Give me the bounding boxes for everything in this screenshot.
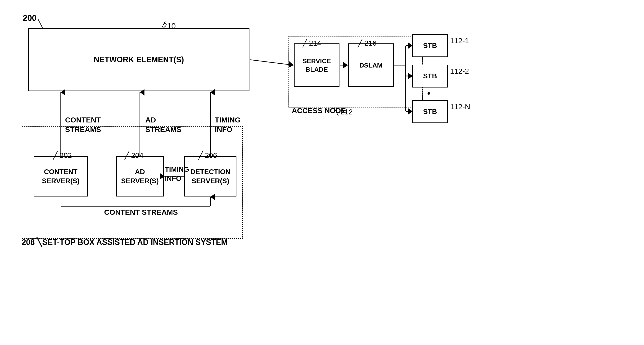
- content-server-box: CONTENTSERVER(S): [34, 156, 88, 196]
- arrow-210-tick: ╱: [162, 21, 166, 28]
- label-208-num: 208 ╲: [22, 238, 42, 247]
- dslam-box: DSLAM: [348, 44, 394, 87]
- label-stb1: 112-1: [450, 37, 469, 45]
- svg-line-10: [250, 60, 294, 65]
- label-timing-info-horiz: TIMINGINFO: [165, 165, 189, 183]
- label-stbn: 112-N: [450, 103, 470, 111]
- label-content-streams-up: CONTENTSTREAMS: [65, 115, 101, 134]
- label-content-streams-bottom: CONTENT STREAMS: [104, 208, 178, 216]
- label-200: 200: [23, 14, 36, 23]
- label-208-text: SET-TOP BOX ASSISTED AD INSERTION SYSTEM: [42, 238, 228, 247]
- service-blade-box: SERVICEBLADE: [294, 44, 340, 87]
- arrow-200: ╲: [38, 19, 43, 28]
- network-element-label: NETWORK ELEMENT(S): [94, 55, 184, 65]
- stb1-label: STB: [423, 41, 437, 50]
- detection-server-box: DETECTIONSERVER(S): [184, 156, 236, 196]
- label-timing-info-up: TIMINGINFO: [215, 115, 240, 134]
- stbn-label: STB: [423, 107, 437, 116]
- label-216: ╱ 216: [358, 39, 376, 47]
- ad-server-box: ADSERVER(S): [116, 156, 164, 196]
- label-206: ╱ 206: [198, 151, 217, 160]
- diagram: 200 ╲ NETWORK ELEMENT(S) 210 ╱ 208 ╲ SET…: [0, 0, 644, 345]
- service-blade-label: SERVICEBLADE: [302, 57, 331, 74]
- stb1-box: STB: [412, 34, 448, 57]
- ad-server-label: ADSERVER(S): [121, 167, 159, 185]
- label-ad-streams-up: ADSTREAMS: [145, 115, 181, 134]
- label-stb2: 112-2: [450, 67, 469, 75]
- detection-server-label: DETECTIONSERVER(S): [190, 167, 230, 185]
- label-214: ╱ 214: [302, 39, 321, 47]
- network-element-box: NETWORK ELEMENT(S): [28, 28, 250, 91]
- label-202: ╱ 202: [53, 151, 72, 160]
- content-server-label: CONTENTSERVER(S): [42, 167, 80, 185]
- label-204: ╱ 204: [125, 151, 144, 160]
- stb2-box: STB: [412, 65, 448, 88]
- dslam-label: DSLAM: [360, 61, 383, 70]
- label-212: ╲ 212: [334, 108, 353, 116]
- stbn-box: STB: [412, 100, 448, 123]
- stb2-label: STB: [423, 72, 437, 81]
